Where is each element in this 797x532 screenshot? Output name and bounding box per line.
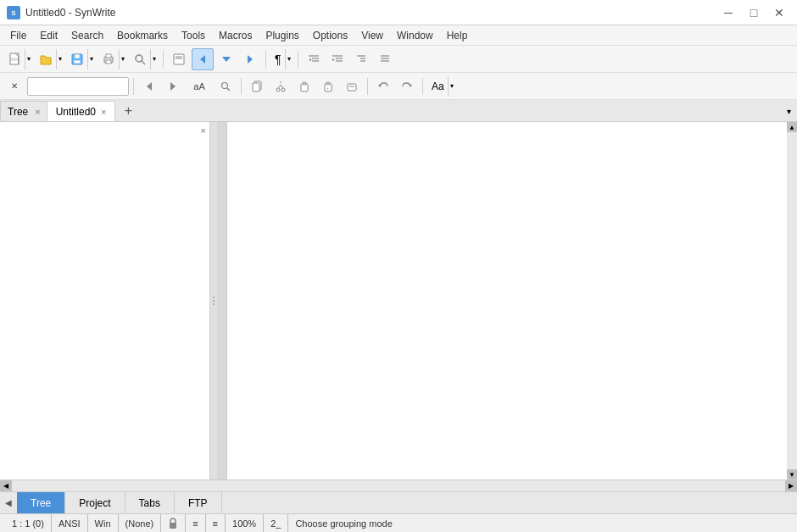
status-zoom: 100% — [226, 514, 264, 532]
close-button[interactable]: ✕ — [768, 4, 790, 21]
sep4 — [133, 78, 134, 95]
resize-handle[interactable] — [210, 122, 217, 479]
nav-right-button[interactable] — [239, 48, 261, 70]
resize-dots — [213, 296, 215, 305]
open-icon — [36, 53, 56, 66]
bottom-tabs: ◀ Tree Project Tabs FTP — [0, 491, 797, 513]
menu-bookmarks[interactable]: Bookmarks — [110, 28, 175, 43]
scroll-right-button[interactable]: ▶ — [785, 480, 797, 492]
indent-button[interactable] — [326, 48, 348, 70]
scroll-left-button[interactable]: ◀ — [0, 480, 12, 492]
svg-rect-7 — [74, 60, 81, 64]
toolbar2: ✕ aA + Aa ▾ — [0, 73, 797, 100]
sep1 — [163, 51, 164, 68]
editor-tab-close[interactable]: × — [101, 107, 106, 117]
search-options-button[interactable] — [215, 75, 237, 97]
scroll-down-button[interactable]: ▼ — [787, 469, 797, 479]
unindent-button[interactable] — [303, 48, 325, 70]
menu-window[interactable]: Window — [390, 28, 440, 43]
redo-button[interactable] — [396, 75, 418, 97]
find-next-button[interactable] — [162, 75, 184, 97]
print-dropdown[interactable]: ▾ — [98, 48, 127, 70]
bottom-tab-tabs[interactable]: Tabs — [125, 492, 175, 513]
svg-line-12 — [142, 61, 145, 64]
svg-point-39 — [276, 88, 280, 91]
add-tab-button[interactable]: + — [117, 101, 139, 121]
bottom-tab-ftp[interactable]: FTP — [175, 492, 222, 513]
scroll-up-button[interactable]: ▲ — [787, 122, 797, 132]
preview-button[interactable] — [168, 48, 190, 70]
sep5 — [241, 78, 242, 95]
status-grouping: Choose grouping mode — [288, 514, 398, 532]
vertical-scrollbar[interactable]: ▲ ▼ — [787, 122, 797, 479]
status-layout: ≡ — [206, 514, 226, 532]
sep7 — [422, 78, 423, 95]
scroll-track-v[interactable] — [787, 132, 797, 469]
tree-panel-tab-label: Tree — [8, 106, 28, 118]
status-lock-icon — [161, 514, 186, 532]
paragraph-dropdown[interactable]: ¶ ▾ — [270, 48, 293, 70]
nav-left-button[interactable] — [192, 48, 214, 70]
format-button[interactable] — [341, 75, 363, 97]
svg-rect-53 — [170, 523, 176, 529]
paste-button[interactable] — [293, 75, 315, 97]
menu-edit[interactable]: Edit — [33, 28, 64, 43]
case-button[interactable]: aA — [186, 75, 213, 97]
svg-point-35 — [222, 82, 228, 88]
save-icon — [67, 53, 87, 66]
menu-search[interactable]: Search — [64, 28, 110, 43]
find-prev-button[interactable] — [138, 75, 160, 97]
menu-macros[interactable]: Macros — [212, 28, 259, 43]
open-arrow-icon: ▾ — [56, 49, 64, 69]
svg-line-42 — [281, 85, 283, 88]
bottom-tab-tree[interactable]: Tree — [17, 492, 65, 513]
svg-marker-22 — [309, 58, 311, 61]
tree-close-icon[interactable]: × — [201, 125, 206, 136]
tab-bar: Tree × Untitled0 × + ▾ — [0, 100, 797, 122]
window-title: Untitled0 - SynWrite — [25, 7, 115, 19]
find-arrow-icon: ▾ — [150, 49, 158, 69]
search-input[interactable] — [27, 77, 129, 96]
status-cursor: 2_ — [264, 514, 288, 532]
minimize-button[interactable]: ─ — [717, 4, 739, 21]
bottom-scroll-left[interactable]: ◀ — [0, 492, 17, 514]
editor-tab[interactable]: Untitled0 × — [47, 101, 116, 121]
title-bar-left: S Untitled0 - SynWrite — [7, 6, 115, 19]
bottom-tab-project[interactable]: Project — [65, 492, 125, 513]
save-dropdown[interactable]: ▾ — [66, 48, 96, 70]
open-dropdown[interactable]: ▾ — [35, 48, 64, 70]
menu-file[interactable]: File — [3, 28, 33, 43]
tree-panel: × — [0, 122, 210, 479]
content-area: × ▲ ▼ — [0, 122, 797, 479]
new-arrow-icon: ▾ — [25, 49, 32, 69]
editor-content[interactable] — [227, 122, 787, 479]
tab-dropdown-button[interactable]: ▾ — [780, 101, 797, 121]
tree-panel-tab-close[interactable]: × — [35, 107, 40, 117]
menu-plugins[interactable]: Plugins — [259, 28, 305, 43]
nav-down-button[interactable] — [215, 48, 237, 70]
new-dropdown[interactable]: ▾ — [3, 48, 33, 70]
status-macro: (None) — [119, 514, 162, 532]
tree-panel-tab[interactable]: Tree × — [0, 101, 47, 121]
menu-help[interactable]: Help — [440, 28, 475, 43]
close-panel-button[interactable]: ✕ — [3, 75, 25, 97]
fontsize-dropdown[interactable]: Aa ▾ — [427, 75, 456, 97]
status-encoding: ANSI — [52, 514, 88, 532]
maximize-button[interactable]: □ — [743, 4, 765, 21]
cut-button[interactable] — [270, 75, 292, 97]
find-dropdown[interactable]: ▾ — [129, 48, 159, 70]
undo-button[interactable] — [372, 75, 394, 97]
svg-marker-26 — [332, 58, 335, 61]
copy-button[interactable] — [246, 75, 268, 97]
menu-options[interactable]: Options — [306, 28, 354, 43]
indent2-button[interactable] — [350, 48, 372, 70]
indent3-button[interactable] — [374, 48, 396, 70]
h-scroll-track[interactable] — [12, 480, 785, 491]
svg-marker-17 — [222, 57, 231, 62]
horizontal-scrollbar[interactable]: ◀ ▶ — [0, 479, 797, 491]
menu-view[interactable]: View — [354, 28, 390, 43]
paste-special-button[interactable]: + — [317, 75, 339, 97]
new-icon — [4, 53, 25, 66]
menu-tools[interactable]: Tools — [175, 28, 212, 43]
save-arrow-icon: ▾ — [87, 49, 95, 69]
